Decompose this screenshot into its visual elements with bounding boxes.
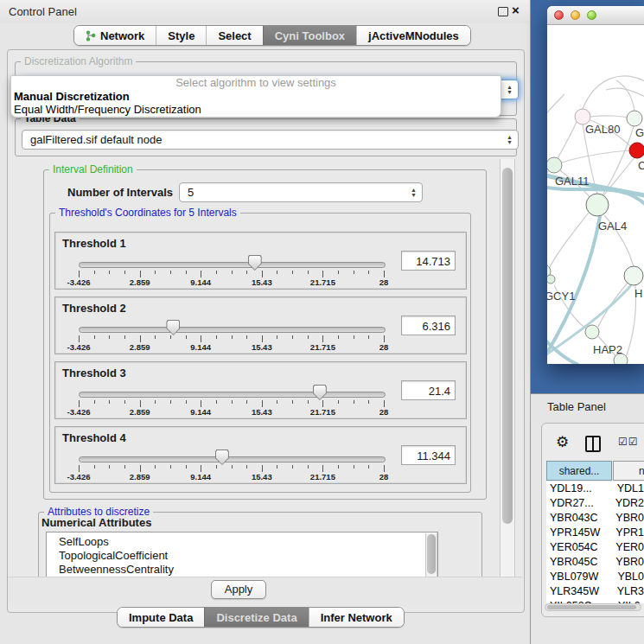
- tab-impute-data[interactable]: Impute Data: [118, 608, 204, 627]
- network-edge[interactable]: [616, 80, 634, 111]
- settings-scrollbar[interactable]: [500, 159, 515, 577]
- slider-track[interactable]: [79, 262, 386, 268]
- network-edge[interactable]: [547, 170, 549, 188]
- minimize-traffic-light[interactable]: [571, 10, 580, 20]
- popup-option-manual-discretization[interactable]: Manual Discretization: [11, 90, 501, 103]
- list-item-selfloops[interactable]: SelfLoops: [47, 532, 437, 549]
- network-node[interactable]: [629, 143, 644, 158]
- tab-style[interactable]: Style: [156, 26, 206, 45]
- slider-tick-labels: -3.4262.8599.14415.4321.71528: [79, 407, 385, 417]
- table-row[interactable]: YBR045CYBR0: [546, 555, 644, 570]
- network-node[interactable]: [547, 157, 562, 173]
- gear-icon[interactable]: ⚙: [556, 433, 569, 451]
- table-row[interactable]: YLR345WYLR3: [546, 584, 644, 599]
- table-row[interactable]: YPR145WYPR1: [546, 526, 644, 540]
- shared-name-cell[interactable]: YBL079W: [546, 570, 611, 584]
- close-traffic-light[interactable]: [554, 10, 564, 20]
- network-node[interactable]: [627, 111, 642, 126]
- attribute-list-scrollbar[interactable]: [425, 533, 437, 577]
- tab-infer-network[interactable]: Infer Network: [309, 608, 404, 627]
- table-panel-title: Table Panel: [547, 400, 606, 413]
- node-label: G: [635, 126, 644, 139]
- network-node[interactable]: [624, 266, 643, 285]
- table-row[interactable]: YBR043CYBR0: [546, 511, 644, 526]
- list-item-betweennesscentrality[interactable]: BetweennessCentrality: [47, 563, 437, 577]
- popup-option-equal-width[interactable]: Equal Width/Frequency Discretization: [11, 103, 501, 116]
- node-label: H: [634, 287, 642, 300]
- network-node[interactable]: [586, 194, 609, 216]
- tab-jactivemnodules[interactable]: jActiveMNodules: [356, 26, 470, 45]
- name-cell[interactable]: YPR1: [609, 526, 644, 540]
- table-data-value: galFiltered.sif default node: [30, 133, 162, 146]
- slider-track[interactable]: [79, 456, 386, 462]
- control-panel-titlebar: [0, 0, 531, 23]
- name-cell[interactable]: YBR0: [609, 511, 644, 526]
- tab-network[interactable]: Network: [74, 26, 156, 45]
- control-panel-tabs: Network Style Select Cyni Toolbox jActiv…: [73, 25, 471, 46]
- shared-name-cell[interactable]: YBR045C: [546, 555, 609, 570]
- list-item-topologicalcoefficient[interactable]: TopologicalCoefficient: [47, 549, 437, 563]
- shared-name-cell[interactable]: YBR043C: [546, 511, 609, 526]
- network-edge[interactable]: [562, 150, 629, 163]
- tab-cyni-toolbox[interactable]: Cyni Toolbox: [263, 26, 356, 45]
- name-cell[interactable]: YBR0: [609, 555, 644, 570]
- table-row[interactable]: YDR27...YDR2: [546, 496, 644, 511]
- network-edge[interactable]: [602, 126, 634, 196]
- table-horizontal-scrollbar[interactable]: [545, 603, 641, 611]
- panel-title: Control Panel: [9, 5, 77, 18]
- name-cell[interactable]: YBL0: [611, 570, 644, 584]
- table-data-combobox[interactable]: galFiltered.sif default node ▲▼: [22, 130, 519, 150]
- network-edge[interactable]: [558, 122, 577, 159]
- close-icon[interactable]: ×: [512, 3, 520, 17]
- shared-name-cell[interactable]: YPR145W: [546, 526, 609, 540]
- popup-placeholder-option[interactable]: Select algorithm to view settings: [11, 76, 501, 90]
- table-row[interactable]: YBL079WYBL0: [546, 570, 644, 584]
- name-cell[interactable]: YLR3: [611, 584, 644, 599]
- network-edge[interactable]: [547, 333, 578, 364]
- shared-name-cell[interactable]: YLR345W: [546, 584, 611, 599]
- interval-definition-label: Interval Definition: [49, 163, 137, 175]
- number-of-intervals-value: 5: [188, 186, 194, 199]
- threshold-1-value-field[interactable]: 14.713: [401, 251, 456, 271]
- threshold-2-box: Threshold 2 6.316 -3.4262.8599.14415.432…: [54, 296, 467, 354]
- threshold-4-value-field[interactable]: 11.344: [401, 445, 456, 465]
- name-cell[interactable]: YDL1: [611, 481, 644, 496]
- threshold-4-box: Threshold 4 11.344 -3.4262.8599.14415.43…: [54, 426, 467, 484]
- threshold-2-value-field[interactable]: 6.316: [401, 316, 456, 335]
- network-node[interactable]: [585, 325, 599, 339]
- discretization-algorithm-label: Discretization Algorithm: [21, 55, 136, 67]
- number-of-intervals-combobox[interactable]: 5 ▲▼: [179, 182, 423, 202]
- thresholds-group-label: Threshold's Coordinates for 5 Intervals: [55, 207, 240, 219]
- columns-icon[interactable]: [585, 436, 601, 452]
- tab-select[interactable]: Select: [206, 26, 262, 45]
- threshold-3-box: Threshold 3 21.4 -3.4262.8599.14415.4321…: [54, 361, 467, 419]
- network-edge[interactable]: [606, 88, 644, 98]
- shared-name-cell[interactable]: YDR27...: [546, 496, 609, 511]
- settings-viewport: Interval Definition Number of Intervals …: [12, 159, 498, 577]
- name-cell[interactable]: YER0: [609, 540, 644, 555]
- zoom-traffic-light[interactable]: [587, 10, 596, 20]
- network-node[interactable]: [547, 275, 555, 284]
- up-down-arrows-icon: ▲▼: [411, 188, 417, 198]
- threshold-1-label: Threshold 1: [62, 237, 126, 250]
- tab-discretize-data[interactable]: Discretize Data: [204, 608, 308, 627]
- network-canvas[interactable]: GAL80GCGAL11GAL4GCY1HHAP2: [547, 25, 644, 364]
- network-edge[interactable]: [547, 94, 564, 122]
- slider-track[interactable]: [79, 392, 386, 398]
- node-label: GCY1: [547, 290, 575, 303]
- algorithm-dropdown-popup: Select algorithm to view settings Manual…: [10, 75, 501, 118]
- table-row[interactable]: YDL19...YDL1: [546, 481, 644, 496]
- slider-track[interactable]: [79, 327, 386, 333]
- name-cell[interactable]: YDR2: [609, 496, 644, 511]
- shared-name-cell[interactable]: YDL19...: [546, 481, 611, 496]
- table-row[interactable]: YER054CYER0: [546, 540, 644, 555]
- column-header-name[interactable]: n: [613, 461, 644, 481]
- network-edge[interactable]: [590, 116, 627, 118]
- float-window-icon[interactable]: [498, 7, 508, 16]
- apply-button[interactable]: Apply: [211, 580, 266, 599]
- column-header-shared-name[interactable]: shared...: [546, 461, 612, 481]
- checkbox-icons[interactable]: ☑☑: [618, 436, 639, 448]
- shared-name-cell[interactable]: YER054C: [546, 540, 609, 555]
- network-edge[interactable]: [549, 213, 589, 269]
- threshold-3-value-field[interactable]: 21.4: [401, 380, 456, 400]
